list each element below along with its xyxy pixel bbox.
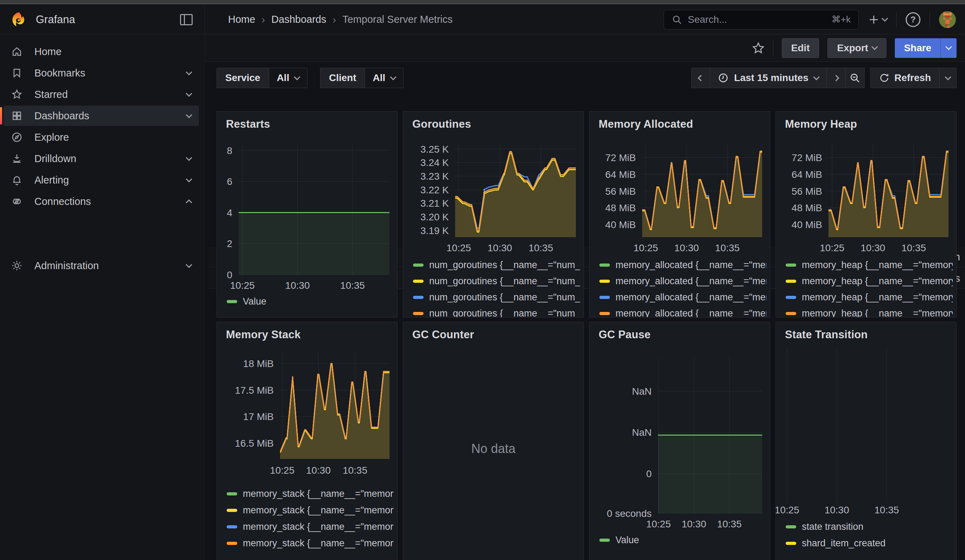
breadcrumb-home[interactable]: Home [228, 14, 255, 25]
legend-swatch [599, 280, 610, 283]
legend-item[interactable]: state transition [786, 519, 953, 535]
legend-item[interactable]: memory_stack {__name__="memory_s [227, 486, 394, 502]
legend-item[interactable]: memory_allocated {__name__="memo [599, 273, 766, 289]
chevron-down-icon [945, 44, 952, 50]
time-shift-back-button[interactable] [691, 68, 710, 88]
search-input[interactable]: Search... ⌘+k [664, 10, 859, 29]
client-filter-label: Client [321, 68, 365, 88]
header-right: Search... ⌘+k ? [664, 10, 965, 29]
time-range-group: Last 15 minutes [691, 68, 865, 88]
window-top-strip [0, 0, 965, 4]
panel-memory-heap: Memory Heap 40 MiB48 MiB56 MiB64 MiB72 M… [775, 111, 957, 318]
refresh-group: Refresh [870, 68, 957, 88]
add-button[interactable] [868, 14, 887, 26]
help-icon[interactable]: ? [906, 12, 921, 27]
svg-text:10:30: 10:30 [682, 519, 706, 529]
legend-item[interactable]: memory_stack {__name__="memory_s [227, 519, 394, 535]
sidebar-item-home[interactable]: Home [3, 41, 199, 62]
legend-label: memory_allocated {__name__="memo [615, 276, 766, 287]
legend-item[interactable]: memory_heap {__name__="memory_h [786, 305, 953, 318]
legend-item[interactable]: memory_allocated {__name__="memo [599, 257, 766, 273]
legend-item[interactable]: num_goroutines {__name__="num_go [413, 305, 580, 318]
panel-title[interactable]: GC Counter [412, 328, 474, 341]
legend-item[interactable]: memory_heap {__name__="memory_h [786, 257, 953, 273]
chevron-down-icon [945, 73, 951, 80]
sidebar-item-dashboards[interactable]: Dashboards [3, 106, 199, 126]
legend: memory_heap {__name__="memory_h memory_h… [786, 257, 953, 318]
sidebar-toggle-icon[interactable] [180, 14, 193, 25]
clock-icon [718, 73, 728, 83]
edit-button[interactable]: Edit [782, 38, 819, 58]
service-filter-value[interactable]: All [269, 68, 307, 88]
panel-memory-stack: Memory Stack 16.5 MiB17 MiB17.5 MiB18 Mi… [216, 322, 397, 560]
svg-text:72 MiB: 72 MiB [792, 152, 822, 163]
time-range-picker[interactable]: Last 15 minutes [710, 68, 827, 88]
legend-swatch [413, 296, 424, 299]
svg-text:10:35: 10:35 [901, 242, 926, 253]
share-dropdown-button[interactable] [940, 38, 957, 58]
bookmark-icon [11, 67, 23, 78]
legend-item[interactable]: memory_stack {__name__="memory_s [227, 502, 394, 519]
restarts-chart[interactable]: 0246810:2510:3010:35 [217, 112, 397, 317]
sidebar-item-starred[interactable]: Starred [3, 84, 199, 104]
zoom-out-button[interactable] [846, 68, 865, 88]
grafana-logo-icon [10, 11, 27, 28]
legend-label: memory_stack {__name__="memory_s [243, 488, 394, 499]
time-shift-forward-button[interactable] [827, 68, 846, 88]
avatar[interactable] [939, 11, 956, 28]
sidebar-item-explore[interactable]: Explore [3, 127, 199, 147]
svg-text:10:35: 10:35 [340, 280, 365, 291]
breadcrumb-separator-icon: › [262, 14, 265, 26]
sidebar-item-bookmarks[interactable]: Bookmarks [3, 63, 199, 83]
export-button[interactable]: Export [828, 38, 886, 58]
sidebar-item-label: Explore [34, 132, 69, 143]
export-label: Export [837, 42, 868, 54]
svg-text:10:35: 10:35 [875, 504, 899, 516]
legend-item[interactable]: shard_item_created [786, 535, 953, 552]
share-button[interactable]: Share [895, 38, 940, 58]
legend-label: memory_heap {__name__="memory_h [802, 308, 953, 318]
chevron-down-icon [813, 73, 819, 80]
panel-state-transition: State Transition 10:2510:3010:35 state t… [775, 322, 957, 560]
sidebar: Home Bookmarks Starred Dashboards Explor… [0, 35, 205, 560]
star-icon[interactable] [752, 42, 765, 54]
zoom-out-icon [849, 72, 860, 83]
header-left: Grafana [0, 5, 205, 34]
panel-grid: Restarts 0246810:2510:3010:35 Value Goro… [216, 111, 957, 560]
svg-text:10:30: 10:30 [306, 465, 330, 476]
breadcrumb-dashboards[interactable]: Dashboards [271, 14, 326, 25]
legend-label: num_goroutines {__name__="num_go [429, 308, 580, 318]
gc-pause-chart[interactable]: 0 seconds0NaNNaN10:2510:3010:35 [589, 322, 770, 560]
sidebar-item-label: Dashboards [34, 110, 89, 122]
sidebar-item-connections[interactable]: Connections [3, 191, 199, 212]
sidebar-item-alerting[interactable]: Alerting [3, 170, 199, 190]
legend-swatch [413, 280, 424, 283]
legend-label: state transition [802, 521, 864, 532]
legend-item[interactable]: num_goroutines {__name__="num_go [413, 257, 580, 273]
legend-item[interactable]: memory_stack {__name__="memory_s [227, 535, 394, 552]
legend-item[interactable]: memory_heap {__name__="memory_h [786, 273, 953, 289]
legend-item[interactable]: memory_allocated {__name__="memo [599, 305, 766, 318]
legend: num_goroutines {__name__="num_go num_gor… [413, 257, 580, 318]
legend-item[interactable]: Value [599, 532, 766, 548]
sidebar-item-drilldown[interactable]: Drilldown [3, 149, 199, 169]
sidebar-item-administration[interactable]: Administration [3, 255, 199, 276]
legend-item[interactable]: Value [227, 293, 394, 309]
legend-swatch [786, 525, 796, 528]
legend-item[interactable]: memory_heap {__name__="memory_h [786, 289, 953, 305]
legend-item[interactable]: num_goroutines {__name__="num_go [413, 273, 580, 289]
legend-item[interactable]: memory_allocated {__name__="memo [599, 289, 766, 305]
svg-text:0: 0 [646, 469, 652, 479]
panel-restarts: Restarts 0246810:2510:3010:35 Value [216, 111, 397, 318]
chevron-down-icon [186, 69, 192, 75]
refresh-interval-dropdown[interactable] [940, 68, 957, 88]
svg-text:3.19 K: 3.19 K [420, 225, 449, 236]
legend-item[interactable]: num_goroutines {__name__="num_go [413, 289, 580, 305]
chevron-right-icon [833, 75, 839, 81]
refresh-icon [879, 73, 890, 83]
chevron-down-icon [294, 73, 300, 80]
refresh-button[interactable]: Refresh [870, 68, 940, 88]
svg-text:48 MiB: 48 MiB [605, 202, 636, 213]
legend-swatch [599, 296, 610, 299]
client-filter-value[interactable]: All [365, 68, 403, 88]
